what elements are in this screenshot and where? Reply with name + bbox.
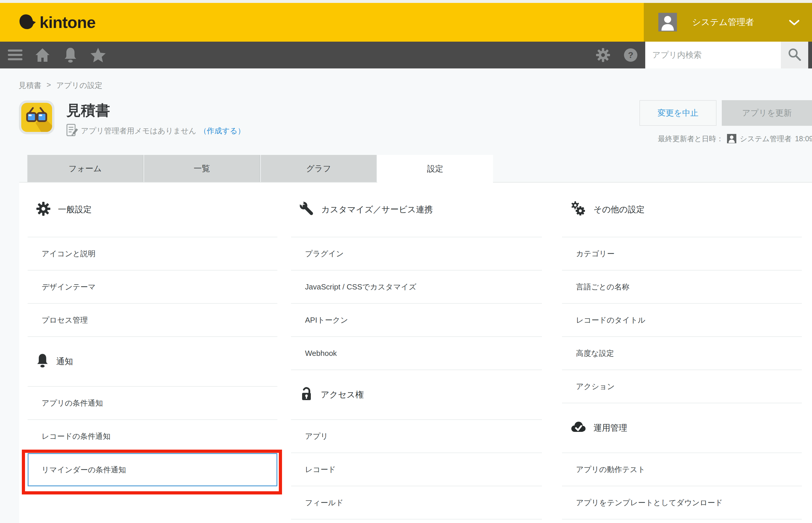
settings-item-label: アプリの条件通知	[42, 398, 103, 408]
section-title: 一般設定	[58, 204, 92, 216]
chevron-down-icon[interactable]	[789, 19, 800, 27]
admin-memo-row: アプリ管理者用メモはありません （作成する）	[67, 124, 245, 138]
settings-item-label: レコードのタイトル	[576, 315, 645, 325]
home-icon[interactable]	[35, 42, 50, 69]
tab-graph[interactable]: グラフ	[261, 155, 377, 182]
wrench-icon	[300, 202, 314, 218]
settings-item-label: Webhook	[305, 349, 337, 358]
user-name: システム管理者	[692, 3, 754, 42]
settings-item-field-permissions[interactable]: フィールド	[291, 486, 542, 520]
memo-icon	[67, 124, 78, 138]
global-navigation: ?	[0, 42, 812, 69]
breadcrumb: 見積書 > アプリの設定	[19, 80, 102, 91]
breadcrumb-settings: アプリの設定	[56, 80, 102, 91]
section-header: 通知	[27, 337, 277, 387]
breadcrumb-app[interactable]: 見積書	[19, 80, 41, 91]
settings-item-label: アイコンと説明	[42, 249, 95, 259]
settings-panel: 一般設定 アイコンと説明 デザインテーマ プロセス管理	[19, 182, 812, 523]
svg-text:?: ?	[628, 50, 633, 60]
settings-item-app-test[interactable]: アプリの動作テスト	[562, 453, 802, 486]
section-title: 運用管理	[593, 422, 627, 434]
settings-item-label: 言語ごとの名称	[576, 282, 629, 292]
settings-item-icon-description[interactable]: アイコンと説明	[27, 237, 277, 271]
tab-settings[interactable]: 設定	[377, 155, 493, 183]
page-title: 見積書	[67, 101, 110, 120]
settings-item-app-permissions[interactable]: アプリ	[291, 420, 542, 453]
section-permissions: アクセス権 アプリ レコード フィールド	[291, 370, 542, 520]
settings-item-design-theme[interactable]: デザインテーマ	[27, 271, 277, 304]
cancel-changes-button[interactable]: 変更を中止	[639, 100, 717, 126]
search-button[interactable]	[781, 42, 808, 69]
settings-item-label: リマインダーの条件通知	[42, 465, 126, 475]
settings-item-plugins[interactable]: プラグイン	[291, 237, 542, 271]
settings-item-record-notifications[interactable]: レコードの条件通知	[27, 420, 277, 453]
settings-item-record-permissions[interactable]: レコード	[291, 453, 542, 486]
bell-icon	[36, 353, 49, 370]
settings-item-reminder-notifications[interactable]: リマインダーの条件通知	[27, 453, 277, 486]
section-general: 一般設定 アイコンと説明 デザインテーマ プロセス管理	[27, 183, 277, 337]
cloud-check-icon	[571, 420, 586, 435]
last-updated-avatar	[727, 134, 736, 143]
settings-column-3: その他の設定 カテゴリー 言語ごとの名称 レコードのタイトル 高度な設定 アクシ…	[562, 183, 802, 520]
settings-item-label: レコードの条件通知	[42, 431, 110, 441]
section-operations: 運用管理 アプリの動作テスト アプリをテンプレートとしてダウンロード	[562, 403, 802, 520]
kintone-app-settings-page: kintone システム管理者	[0, 0, 812, 523]
gear-icon	[36, 202, 50, 218]
settings-item-label: JavaScript / CSSでカスタマイズ	[305, 282, 416, 292]
update-app-button[interactable]: アプリを更新	[722, 100, 812, 126]
settings-item-label: アクション	[576, 381, 615, 392]
settings-item-localization[interactable]: 言語ごとの名称	[562, 271, 802, 304]
app-search-input[interactable]	[645, 42, 781, 69]
bell-icon[interactable]	[64, 42, 77, 69]
last-updated-time: 18:09	[795, 134, 812, 143]
settings-item-label: プロセス管理	[42, 315, 88, 325]
window-top-strip	[0, 0, 812, 3]
kintone-logo-text: kintone	[40, 13, 95, 32]
tab-list[interactable]: 一覧	[144, 155, 260, 182]
last-updated-row: 最終更新者と日時： システム管理者 18:09	[658, 133, 812, 144]
settings-item-advanced[interactable]: 高度な設定	[562, 337, 802, 370]
section-title: 通知	[56, 356, 73, 367]
section-notifications: 通知 アプリの条件通知 レコードの条件通知 リマインダーの条件通知	[27, 337, 277, 486]
help-icon[interactable]: ?	[624, 42, 638, 69]
settings-item-categories[interactable]: カテゴリー	[562, 237, 802, 271]
menu-icon[interactable]	[8, 42, 23, 69]
gear-icon[interactable]	[596, 42, 610, 69]
settings-item-webhook[interactable]: Webhook	[291, 337, 542, 370]
search-icon	[788, 48, 801, 62]
section-header: カスタマイズ／サービス連携	[291, 183, 542, 237]
settings-column-2: カスタマイズ／サービス連携 プラグイン JavaScript / CSSでカスタ…	[291, 183, 542, 520]
settings-item-actions[interactable]: アクション	[562, 370, 802, 403]
settings-item-js-css-customize[interactable]: JavaScript / CSSでカスタマイズ	[291, 271, 542, 304]
settings-item-app-notifications[interactable]: アプリの条件通知	[27, 387, 277, 420]
settings-item-label: レコード	[305, 465, 336, 475]
user-menu[interactable]: システム管理者	[644, 3, 812, 42]
app-icon	[18, 100, 55, 136]
settings-item-download-template[interactable]: アプリをテンプレートとしてダウンロード	[562, 486, 802, 520]
settings-item-record-title[interactable]: レコードのタイトル	[562, 304, 802, 337]
brand-header: kintone システム管理者	[0, 3, 812, 42]
tab-form[interactable]: フォーム	[27, 155, 144, 182]
create-memo-link[interactable]: （作成する）	[200, 126, 245, 136]
settings-item-label: フィールド	[305, 498, 343, 508]
kintone-logo[interactable]: kintone	[19, 3, 95, 42]
settings-column-1: 一般設定 アイコンと説明 デザインテーマ プロセス管理	[27, 183, 277, 486]
lock-icon	[300, 386, 313, 403]
section-title: アクセス権	[321, 389, 364, 401]
settings-item-label: APIトークン	[305, 315, 348, 325]
user-avatar	[658, 13, 677, 32]
section-title: その他の設定	[593, 204, 645, 216]
section-header: その他の設定	[562, 183, 802, 237]
last-updated-label: 最終更新者と日時：	[658, 134, 724, 144]
settings-item-label: 高度な設定	[576, 348, 614, 359]
section-header: 一般設定	[27, 183, 277, 237]
settings-item-label: デザインテーマ	[42, 282, 96, 292]
settings-item-api-token[interactable]: APIトークン	[291, 304, 542, 337]
breadcrumb-separator: >	[46, 80, 51, 91]
section-title: カスタマイズ／サービス連携	[321, 204, 433, 216]
settings-item-label: アプリをテンプレートとしてダウンロード	[576, 498, 723, 508]
settings-item-label: アプリの動作テスト	[576, 465, 645, 475]
settings-item-process-management[interactable]: プロセス管理	[27, 304, 277, 337]
star-icon[interactable]	[90, 42, 106, 69]
last-updated-user: システム管理者	[740, 134, 791, 144]
